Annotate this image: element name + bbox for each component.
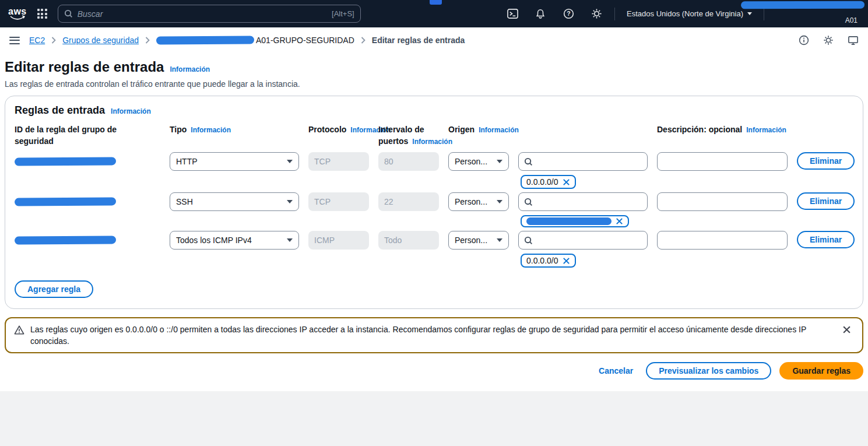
source-type-select[interactable]: Person...	[448, 192, 509, 211]
redacted-rule-id	[15, 197, 116, 206]
apps-grid-icon[interactable]	[35, 6, 50, 21]
chevron-down-icon	[287, 200, 293, 203]
source-type-select[interactable]: Person...	[448, 152, 509, 171]
feedback-icon[interactable]	[848, 35, 859, 46]
search-icon	[64, 9, 73, 18]
source-cell: 0.0.0.0/0	[518, 152, 648, 189]
save-rules-button[interactable]: Guardar reglas	[779, 362, 863, 380]
description-cell	[657, 192, 788, 211]
type-select-value: Todos los ICMP IPv4	[176, 236, 252, 245]
column-label-descripcion: Descripción: opcional	[657, 125, 742, 134]
breadcrumb-security-group-name[interactable]: A01-GRUPO-SEGURIDAD	[156, 36, 354, 45]
delete-rule-button[interactable]: Eliminar	[797, 231, 855, 248]
column-header-id: ID de la regla del grupo de seguridad	[15, 124, 131, 148]
delete-rule-button[interactable]: Eliminar	[797, 192, 855, 210]
search-icon	[524, 198, 533, 206]
redacted-rule-id	[15, 157, 116, 166]
description-input[interactable]	[657, 231, 788, 250]
page-info-link[interactable]: Información	[170, 65, 210, 73]
redacted-account-id	[741, 1, 865, 9]
description-input[interactable]	[657, 152, 788, 171]
card-info-link[interactable]: Información	[111, 107, 151, 115]
menu-icon[interactable]	[9, 36, 20, 45]
info-circle-icon[interactable]	[799, 35, 809, 45]
actions-cell: Eliminar	[797, 231, 851, 248]
column-header-tipo: TipoInformación	[170, 124, 299, 148]
help-icon[interactable]: ?	[558, 4, 578, 24]
origen-info-link[interactable]: Información	[479, 126, 519, 134]
cancel-button[interactable]: Cancelar	[594, 363, 638, 378]
column-header-puertos: Intervalo de puertosInformación	[378, 124, 439, 148]
inbound-rules-card: Reglas de entrada Información ID de la r…	[5, 96, 863, 309]
description-input[interactable]	[657, 192, 788, 211]
source-search	[518, 152, 648, 171]
gear-icon[interactable]	[586, 4, 606, 24]
protocol-field-disabled: ICMP	[308, 231, 369, 250]
type-select[interactable]: Todos los ICMP IPv4	[170, 231, 299, 250]
region-selector[interactable]: Estados Unidos (Norte de Virginia)	[623, 9, 755, 18]
port-field-disabled: 80	[378, 152, 439, 171]
chevron-down-icon	[747, 12, 752, 15]
redacted-sg-id	[156, 36, 254, 45]
breadcrumb-ec2[interactable]: EC2	[29, 36, 45, 45]
source-chip-redacted	[521, 215, 629, 227]
source-search-input[interactable]	[536, 236, 642, 245]
actions-cell: Eliminar	[797, 152, 851, 170]
rule-row-http: HTTP TCP 80 Person... 0.0.0.0/0	[15, 152, 853, 189]
descripcion-info-link[interactable]: Información	[746, 126, 786, 134]
chevron-down-icon	[287, 160, 293, 163]
bell-icon[interactable]	[530, 4, 550, 24]
description-cell	[657, 152, 788, 171]
delete-rule-button[interactable]: Eliminar	[797, 152, 855, 170]
source-type-select[interactable]: Person...	[448, 231, 509, 250]
type-select[interactable]: HTTP	[170, 152, 299, 171]
protocol-field-disabled: TCP	[308, 192, 369, 211]
search-shortcut: [Alt+S]	[332, 9, 354, 18]
chip-close-icon[interactable]	[563, 178, 570, 186]
source-search-input[interactable]	[536, 157, 642, 166]
preview-changes-button[interactable]: Previsualizar los cambios	[646, 362, 771, 380]
rules-table-header: ID de la regla del grupo de seguridad Ti…	[15, 124, 853, 148]
source-search-input[interactable]	[536, 197, 642, 206]
warning-text: Las reglas cuyo origen es 0.0.0.0/0 o ::…	[30, 324, 834, 347]
aws-logo[interactable]: aws	[8, 8, 27, 20]
search-input[interactable]	[78, 9, 327, 19]
type-select-value: SSH	[176, 197, 193, 206]
close-icon[interactable]	[839, 324, 854, 336]
nav-separator	[764, 8, 764, 20]
card-title: Reglas de entrada	[15, 104, 105, 117]
source-chip-label: 0.0.0.0/0	[526, 256, 558, 265]
breadcrumb-bar: EC2 Grupos de seguridad A01-GRUPO-SEGURI…	[0, 27, 868, 53]
chip-close-icon[interactable]	[563, 257, 570, 265]
protocol-field-disabled: TCP	[308, 152, 369, 171]
aws-console-page: aws [Alt+S] ? Estados Unidos (Norte de V…	[0, 0, 868, 446]
console-search: [Alt+S]	[58, 5, 361, 23]
search-icon	[524, 236, 533, 245]
chip-close-icon[interactable]	[616, 217, 623, 225]
redacted-rule-id	[15, 236, 116, 244]
source-type-value: Person...	[455, 157, 487, 166]
column-label-origen: Origen	[448, 125, 475, 134]
breadcrumb-chevron-icon	[145, 37, 150, 44]
column-header-origen: OrigenInformación	[448, 124, 509, 148]
form-actions: Cancelar Previsualizar los cambios Guard…	[5, 362, 863, 380]
add-rule-button[interactable]: Agregar regla	[15, 280, 93, 298]
aws-logo-text: aws	[8, 8, 27, 15]
column-header-actions-empty	[797, 124, 851, 148]
breadcrumb-security-groups[interactable]: Grupos de seguridad	[62, 36, 139, 45]
breadcrumb-chevron-icon	[51, 37, 56, 44]
type-select-value: HTTP	[176, 157, 198, 166]
source-type-value: Person...	[455, 236, 487, 245]
sg-name-label: A01-GRUPO-SEGURIDAD	[256, 36, 354, 45]
settings-icon[interactable]	[823, 35, 834, 45]
puertos-info-link[interactable]: Información	[412, 138, 452, 146]
source-chip: 0.0.0.0/0	[521, 254, 576, 268]
type-select[interactable]: SSH	[170, 192, 299, 211]
tipo-info-link[interactable]: Información	[191, 126, 231, 134]
description-cell	[657, 231, 788, 250]
rule-id-cell	[15, 152, 160, 166]
breadcrumb: EC2 Grupos de seguridad A01-GRUPO-SEGURI…	[29, 36, 465, 45]
aws-smile-icon	[10, 15, 25, 20]
breadcrumb-tools	[799, 35, 859, 46]
cloudshell-icon[interactable]	[502, 4, 522, 24]
